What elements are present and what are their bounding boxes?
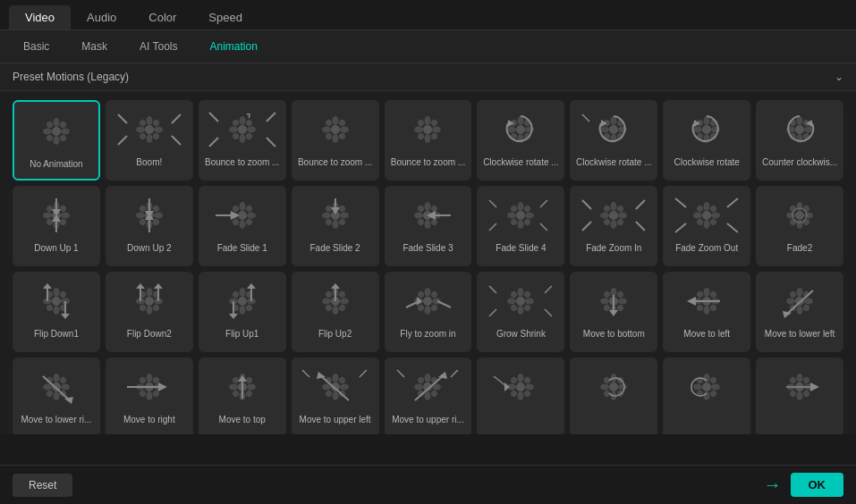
svg-line-193 — [582, 222, 591, 231]
animation-card[interactable] — [663, 357, 750, 434]
animation-card[interactable]: Fade Slide 2 — [292, 186, 379, 266]
card-label: Clockwise rotate ... — [480, 157, 561, 167]
top-tabs: Video Audio Color Speed — [0, 0, 856, 30]
animation-grid: No Animation Boom! Boun — [0, 91, 856, 434]
svg-line-180 — [540, 223, 547, 231]
card-label: Bounce to zoom ... — [202, 157, 283, 167]
svg-line-299 — [489, 309, 496, 316]
animation-card[interactable]: Move to upper left — [292, 357, 379, 434]
animation-card[interactable]: Fade2 — [756, 186, 843, 266]
svg-line-37 — [267, 138, 275, 147]
subtab-mask[interactable]: Mask — [67, 36, 122, 57]
svg-line-179 — [489, 223, 496, 231]
subtab-ai-tools[interactable]: AI Tools — [125, 36, 191, 57]
animation-card[interactable]: Flip Up1 — [199, 272, 286, 352]
card-label: Move to left — [666, 329, 747, 339]
svg-marker-247 — [154, 283, 163, 289]
tab-speed[interactable]: Speed — [192, 5, 258, 29]
card-label: Move to upper left — [295, 415, 376, 424]
svg-line-286 — [436, 301, 450, 307]
svg-marker-261 — [247, 283, 256, 289]
animation-card[interactable] — [756, 357, 843, 434]
svg-marker-79 — [601, 120, 607, 127]
animation-card[interactable]: Fade Zoom Out — [663, 186, 750, 266]
animation-card[interactable]: No Animation — [13, 100, 100, 181]
animation-card[interactable] — [477, 357, 564, 434]
animation-card[interactable]: Move to top — [199, 357, 286, 434]
svg-line-383 — [320, 375, 349, 400]
svg-marker-102 — [806, 120, 812, 127]
animation-card[interactable]: Bounce to zoom ... — [199, 100, 286, 181]
card-label: Flip Down1 — [16, 329, 97, 339]
svg-line-23 — [172, 136, 181, 145]
animation-card[interactable] — [570, 357, 657, 434]
animation-card[interactable]: Fade Slide 1 — [199, 186, 286, 266]
svg-marker-259 — [229, 314, 238, 319]
svg-line-36 — [209, 138, 218, 147]
card-label: Clockwise rotate — [666, 157, 747, 167]
svg-line-208 — [727, 223, 738, 232]
animation-card[interactable]: Flip Down1 — [13, 272, 100, 352]
card-label: Clockwise rotate ... — [573, 157, 654, 167]
subtab-animation[interactable]: Animation — [195, 36, 271, 57]
ok-button[interactable]: OK — [791, 473, 844, 497]
svg-line-300 — [545, 309, 552, 316]
card-label: Fade Slide 3 — [388, 243, 469, 253]
svg-marker-91 — [694, 120, 700, 127]
animation-card[interactable]: Down Up 1 — [13, 186, 100, 266]
animation-card[interactable]: Move to lower left — [756, 272, 843, 352]
animation-card[interactable]: Fly to zoom in — [385, 272, 472, 352]
svg-line-400 — [450, 370, 457, 377]
animation-card[interactable]: Move to right — [106, 357, 193, 434]
animation-card[interactable]: Fade Slide 4 — [477, 186, 564, 266]
subtab-basic[interactable]: Basic — [9, 36, 64, 57]
tab-color[interactable]: Color — [132, 5, 192, 29]
section-title: Preset Motions (Legacy) — [13, 71, 129, 83]
svg-line-347 — [43, 376, 70, 400]
svg-marker-231 — [43, 283, 52, 289]
animation-card[interactable]: Down Up 2 — [106, 186, 193, 266]
animation-card[interactable]: Flip Down2 — [106, 272, 193, 352]
svg-line-35 — [267, 113, 275, 122]
animation-card[interactable]: Move to lower ri... — [13, 357, 100, 434]
svg-line-177 — [489, 200, 496, 207]
tab-video[interactable]: Video — [9, 5, 71, 29]
card-label: Down Up 1 — [16, 243, 97, 253]
svg-line-207 — [675, 223, 686, 232]
animation-card[interactable]: Bounce to zoom ... — [292, 100, 379, 181]
animation-card[interactable]: Fade Zoom In — [570, 186, 657, 266]
svg-marker-412 — [504, 382, 510, 391]
animation-card[interactable]: Move to upper ri... — [385, 357, 472, 434]
svg-marker-312 — [609, 310, 618, 316]
chevron-down-icon[interactable]: ⌄ — [835, 71, 843, 83]
animation-card[interactable]: Grow Shrink — [477, 272, 564, 352]
card-label: Flip Down2 — [109, 329, 190, 339]
card-label: Counter clockwis... — [759, 157, 840, 167]
svg-marker-130 — [145, 213, 154, 220]
card-label: Move to lower ri... — [16, 415, 97, 424]
svg-line-34 — [209, 113, 218, 122]
svg-line-297 — [489, 286, 496, 293]
animation-card[interactable]: Counter clockwis... — [756, 100, 843, 181]
card-label: Flip Up2 — [295, 329, 376, 339]
animation-card[interactable]: Boom! — [106, 100, 193, 181]
svg-line-399 — [397, 370, 404, 377]
tab-audio[interactable]: Audio — [71, 5, 132, 29]
animation-card[interactable]: Clockwise rotate ... — [477, 100, 564, 181]
bottom-bar: Reset → OK — [0, 465, 856, 504]
reset-button[interactable]: Reset — [13, 474, 72, 497]
animation-card[interactable]: Move to left — [663, 272, 750, 352]
animation-card[interactable]: Clockwise rotate ... — [570, 100, 657, 181]
svg-line-191 — [582, 200, 591, 209]
card-label: Bounce to zoom ... — [388, 157, 469, 167]
card-label: Fade Slide 1 — [202, 243, 283, 253]
svg-line-205 — [675, 198, 686, 207]
animation-card[interactable]: Fade Slide 3 — [385, 186, 472, 266]
svg-marker-324 — [687, 297, 696, 306]
animation-card[interactable]: Flip Up2 — [292, 272, 379, 352]
animation-card[interactable]: Bounce to zoom ... — [385, 100, 472, 181]
svg-line-194 — [636, 222, 645, 231]
animation-card[interactable]: Clockwise rotate — [663, 100, 750, 181]
animation-card[interactable]: Move to bottom — [570, 272, 657, 352]
svg-marker-166 — [426, 211, 435, 220]
